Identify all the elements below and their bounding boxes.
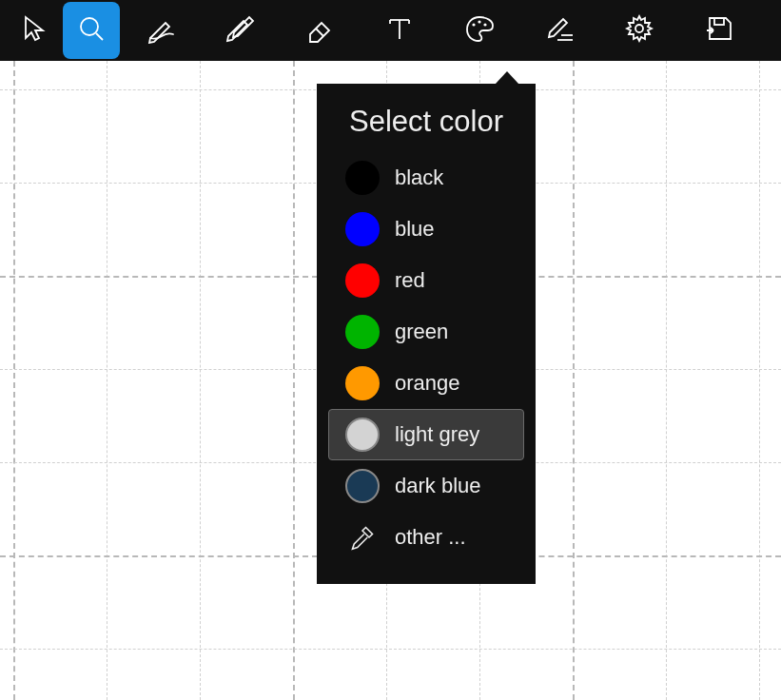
pen-lines-icon — [544, 13, 575, 48]
svg-line-1 — [96, 33, 103, 40]
pen-icon — [145, 13, 175, 48]
text-tool-button[interactable] — [360, 2, 439, 59]
toolbar — [0, 0, 781, 61]
color-option-green[interactable]: green — [328, 306, 524, 358]
svg-point-0 — [81, 18, 98, 35]
swatch-orange — [345, 366, 380, 400]
save-icon — [704, 13, 734, 48]
color-label: red — [395, 268, 425, 293]
marker-tool-button[interactable] — [200, 2, 280, 59]
color-label: black — [395, 165, 443, 190]
color-label: orange — [395, 371, 460, 396]
marker-icon — [225, 13, 255, 48]
eraser-tool-button[interactable] — [280, 2, 360, 59]
eraser-icon — [304, 13, 335, 48]
svg-point-12 — [635, 25, 643, 32]
swatch-black — [345, 161, 380, 195]
color-option-light-grey[interactable]: light grey — [328, 409, 524, 460]
save-button[interactable] — [679, 2, 759, 59]
color-option-other[interactable]: other ... — [328, 512, 524, 563]
popup-arrow — [495, 71, 519, 85]
pen-tool-button[interactable] — [120, 2, 200, 59]
pointer-tool-button[interactable] — [6, 2, 63, 59]
color-tool-button[interactable] — [439, 2, 519, 59]
annotate-tool-button[interactable] — [519, 2, 599, 59]
palette-icon — [464, 13, 495, 48]
swatch-red — [345, 263, 380, 298]
swatch-blue — [345, 212, 380, 246]
search-icon — [76, 13, 107, 48]
color-option-orange[interactable]: orange — [328, 358, 524, 409]
swatch-green — [345, 315, 380, 349]
svg-point-7 — [472, 23, 475, 26]
svg-point-9 — [483, 23, 486, 26]
swatch-light-grey — [345, 418, 380, 452]
eyedropper-icon — [345, 520, 380, 554]
color-label: dark blue — [395, 474, 481, 498]
color-label: light grey — [395, 422, 479, 447]
zoom-tool-button[interactable] — [63, 2, 120, 59]
gear-icon — [624, 13, 654, 48]
pointer-icon — [19, 13, 49, 48]
svg-line-2 — [316, 29, 323, 36]
svg-point-8 — [478, 20, 480, 23]
color-select-popup: Select color black blue red green orange… — [317, 84, 536, 584]
settings-button[interactable] — [599, 2, 679, 59]
color-label: blue — [395, 217, 435, 242]
color-label: other ... — [395, 525, 466, 550]
svg-rect-13 — [714, 18, 724, 25]
color-option-black[interactable]: black — [328, 152, 524, 204]
color-option-red[interactable]: red — [328, 255, 524, 306]
color-option-blue[interactable]: blue — [328, 204, 524, 255]
color-option-dark-blue[interactable]: dark blue — [328, 460, 524, 512]
color-label: green — [395, 320, 448, 344]
popup-title: Select color — [328, 105, 524, 139]
swatch-dark-blue — [345, 469, 380, 503]
text-icon — [384, 13, 415, 48]
